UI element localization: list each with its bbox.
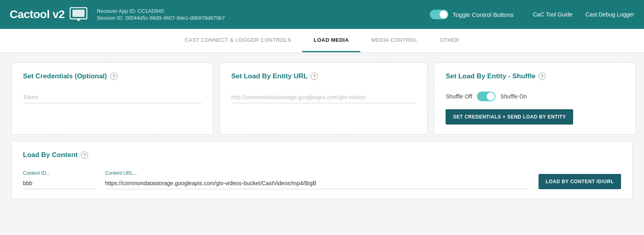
credentials-card: Set Credentials (Optional) ?: [11, 62, 213, 135]
shuffle-card: Set Load By Entity - Shuffle ? Shuffle O…: [434, 62, 636, 135]
shuffle-toggle[interactable]: [477, 92, 495, 101]
cac-tool-guide-link[interactable]: CaC Tool Guide: [533, 11, 573, 18]
toggle-control-buttons[interactable]: [430, 10, 448, 19]
main-content: Set Credentials (Optional) ? Set Load By…: [0, 53, 644, 209]
shuffle-card-title: Set Load By Entity - Shuffle ?: [446, 72, 624, 80]
token-input[interactable]: [23, 92, 202, 103]
svg-rect-1: [72, 10, 85, 17]
entity-url-card: Set Load By Entity URL ?: [220, 62, 428, 135]
header-info: Receiver App ID: CC1AD845 Session ID: 26…: [97, 8, 430, 21]
tab-bar: CAST CONNECT & LOGGER CONTROLS LOAD MEDI…: [0, 29, 644, 53]
tab-other[interactable]: OTHER: [429, 29, 471, 52]
load-content-help-icon[interactable]: ?: [81, 151, 88, 159]
entity-url-card-title: Set Load By Entity URL ?: [231, 72, 416, 80]
load-content-button[interactable]: LOAD BY CONTENT ID/URL: [539, 174, 621, 189]
receiver-app-id: Receiver App ID: CC1AD845: [97, 8, 430, 14]
entity-url-input[interactable]: [231, 92, 416, 103]
credentials-help-icon[interactable]: ?: [110, 73, 118, 80]
top-cards-row: Set Credentials (Optional) ? Set Load By…: [11, 62, 633, 135]
logo-section: Cactool v2: [10, 7, 87, 22]
shuffle-title-text: Set Load By Entity - Shuffle: [446, 72, 535, 80]
entity-url-help-icon[interactable]: ?: [311, 73, 318, 80]
credentials-title-text: Set Credentials (Optional): [23, 72, 107, 80]
credentials-card-title: Set Credentials (Optional) ?: [23, 72, 202, 80]
set-credentials-send-load-button[interactable]: SET CREDENTIALS + SEND LOAD BY ENTITY: [446, 109, 573, 125]
logo-text: Cactool v2: [10, 8, 65, 21]
cast-debug-logger-link[interactable]: Cast Debug Logger: [586, 11, 634, 18]
header-nav: CaC Tool Guide Cast Debug Logger: [533, 11, 634, 18]
tab-media-control[interactable]: MEDIA CONTROL: [360, 29, 429, 52]
tab-load-media[interactable]: LOAD MEDIA: [302, 29, 360, 52]
session-id: Session ID: 26544d5c-66d9-4607-9de1-d8b9…: [97, 15, 430, 21]
load-content-card: Load By Content ? Content ID... Content …: [11, 141, 633, 199]
content-url-label: Content URL...: [105, 170, 529, 176]
content-url-field: Content URL...: [105, 170, 529, 189]
shuffle-on-label: Shuffle On: [500, 93, 527, 100]
tab-cast-connect[interactable]: CAST CONNECT & LOGGER CONTROLS: [173, 29, 302, 52]
load-content-bottom: Content ID... Content URL... LOAD BY CON…: [23, 170, 621, 189]
shuffle-off-label: Shuffle Off: [446, 93, 472, 100]
shuffle-toggle-row: Shuffle Off Shuffle On: [446, 92, 624, 101]
entity-url-title-text: Set Load By Entity URL: [231, 72, 308, 80]
cast-icon: [70, 7, 87, 22]
shuffle-help-icon[interactable]: ?: [539, 73, 546, 80]
toggle-section: Toggle Control Buttons: [430, 10, 514, 19]
content-id-label: Content ID...: [23, 170, 95, 176]
content-id-input[interactable]: [23, 178, 95, 189]
toggle-control-label: Toggle Control Buttons: [452, 11, 514, 18]
content-id-field: Content ID...: [23, 170, 95, 189]
content-url-input[interactable]: [105, 178, 529, 189]
logo-name: Cactool: [10, 8, 50, 20]
load-content-title-text: Load By Content: [23, 151, 78, 159]
logo-version: v2: [50, 8, 64, 20]
load-content-title: Load By Content ?: [23, 151, 621, 159]
app-header: Cactool v2 Receiver App ID: CC1AD845 Ses…: [0, 0, 644, 29]
